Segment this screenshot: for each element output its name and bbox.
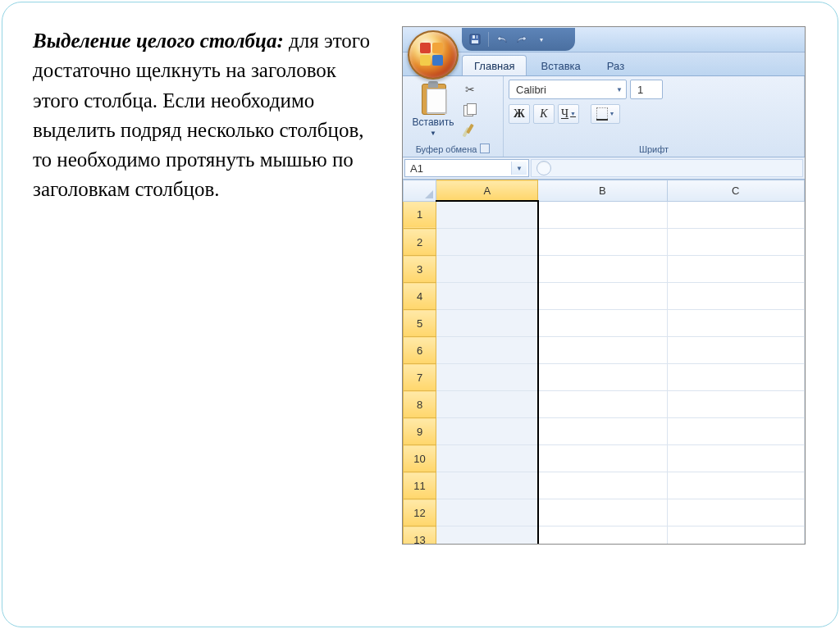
table-row: 4 bbox=[404, 283, 805, 310]
chevron-down-icon[interactable]: ▼ bbox=[511, 162, 527, 175]
cell[interactable] bbox=[667, 418, 804, 445]
excel-screenshot: ▾ Главная Вставка Раз Вставить ▼ bbox=[402, 26, 806, 545]
cell[interactable] bbox=[667, 526, 804, 545]
row-header[interactable]: 8 bbox=[404, 391, 436, 418]
cell[interactable] bbox=[667, 310, 804, 337]
cell[interactable] bbox=[538, 445, 667, 472]
dialog-launcher-icon[interactable] bbox=[480, 144, 490, 153]
cell[interactable] bbox=[667, 472, 804, 499]
table-row: 7 bbox=[404, 364, 805, 391]
cell[interactable] bbox=[436, 283, 538, 310]
tab-insert[interactable]: Вставка bbox=[528, 55, 592, 75]
bold-button[interactable]: Ж bbox=[509, 104, 530, 124]
underline-button[interactable]: Ч▼ bbox=[558, 104, 579, 124]
table-row: 9 bbox=[404, 418, 805, 445]
formula-bar[interactable] bbox=[531, 159, 803, 177]
row-header[interactable]: 7 bbox=[404, 364, 436, 391]
cell[interactable] bbox=[538, 337, 667, 364]
cell[interactable] bbox=[667, 256, 804, 283]
cell[interactable] bbox=[667, 283, 804, 310]
group-font-label: Шрифт bbox=[509, 143, 799, 155]
redo-icon[interactable] bbox=[515, 33, 528, 46]
cell[interactable] bbox=[538, 472, 667, 499]
cut-button[interactable] bbox=[462, 81, 478, 98]
cell[interactable] bbox=[436, 391, 538, 418]
cell[interactable] bbox=[667, 229, 804, 256]
worksheet-grid[interactable]: A B C 1234567891011121314 bbox=[403, 180, 805, 545]
copy-button[interactable] bbox=[462, 101, 478, 117]
cell[interactable] bbox=[667, 391, 804, 418]
cell[interactable] bbox=[538, 526, 667, 545]
row-header[interactable]: 12 bbox=[404, 499, 436, 526]
cell[interactable] bbox=[667, 364, 804, 391]
border-icon bbox=[596, 107, 608, 121]
font-size-combo[interactable]: 1 bbox=[630, 80, 663, 99]
cell[interactable] bbox=[538, 391, 667, 418]
cell[interactable] bbox=[436, 256, 538, 283]
tab-home[interactable]: Главная bbox=[462, 55, 527, 75]
svg-rect-1 bbox=[472, 40, 478, 43]
row-header[interactable]: 9 bbox=[404, 418, 436, 445]
row-header[interactable]: 2 bbox=[404, 229, 436, 256]
ribbon: Вставить ▼ Буфер обмена bbox=[403, 76, 805, 157]
table-row: 3 bbox=[404, 256, 805, 283]
group-clipboard: Вставить ▼ Буфер обмена bbox=[403, 76, 504, 157]
name-box-value: A1 bbox=[410, 162, 423, 175]
chevron-down-icon: ▼ bbox=[613, 86, 623, 93]
cell[interactable] bbox=[436, 364, 538, 391]
row-header[interactable]: 4 bbox=[404, 283, 436, 310]
cell[interactable] bbox=[436, 310, 538, 337]
name-box[interactable]: A1 ▼ bbox=[404, 159, 529, 177]
qat-customize-icon[interactable]: ▾ bbox=[535, 33, 548, 46]
cell[interactable] bbox=[667, 201, 804, 229]
row-header[interactable]: 13 bbox=[404, 526, 436, 545]
table-row: 13 bbox=[404, 526, 805, 545]
cell[interactable] bbox=[436, 526, 538, 545]
cell[interactable] bbox=[436, 499, 538, 526]
table-row: 5 bbox=[404, 310, 805, 337]
save-icon[interactable] bbox=[468, 33, 482, 46]
column-header-A[interactable]: A bbox=[436, 180, 538, 202]
row-header[interactable]: 11 bbox=[404, 472, 436, 499]
description-body: для этого достаточно щелкнуть на заголов… bbox=[33, 30, 370, 200]
row-header[interactable]: 10 bbox=[404, 445, 436, 472]
column-headers-row: A B C bbox=[404, 180, 805, 202]
italic-button[interactable]: К bbox=[533, 104, 555, 124]
undo-icon[interactable] bbox=[495, 33, 509, 46]
cell[interactable] bbox=[538, 283, 667, 310]
row-header[interactable]: 1 bbox=[404, 201, 436, 229]
cell[interactable] bbox=[436, 418, 538, 445]
cell[interactable] bbox=[538, 499, 667, 526]
cell[interactable] bbox=[436, 337, 538, 364]
column-header-C[interactable]: C bbox=[667, 180, 804, 202]
cell[interactable] bbox=[667, 337, 804, 364]
group-font: Calibri ▼ 1 Ж К Ч▼ bbox=[504, 76, 805, 157]
cell[interactable] bbox=[667, 499, 804, 526]
cell[interactable] bbox=[538, 310, 667, 337]
cell[interactable] bbox=[667, 445, 804, 472]
font-name-combo[interactable]: Calibri ▼ bbox=[509, 80, 627, 99]
column-header-B[interactable]: B bbox=[538, 180, 667, 202]
row-header[interactable]: 3 bbox=[404, 256, 436, 283]
row-header[interactable]: 5 bbox=[404, 310, 436, 337]
table-row: 12 bbox=[404, 499, 805, 526]
borders-button[interactable]: ▼ bbox=[591, 104, 620, 124]
cell[interactable] bbox=[538, 256, 667, 283]
cell[interactable] bbox=[436, 445, 538, 472]
cell[interactable] bbox=[436, 201, 538, 229]
brush-icon bbox=[468, 124, 472, 134]
cell[interactable] bbox=[436, 229, 538, 256]
format-painter-button[interactable] bbox=[462, 121, 478, 137]
table-row: 8 bbox=[404, 391, 805, 418]
cell[interactable] bbox=[538, 418, 667, 445]
cell[interactable] bbox=[538, 364, 667, 391]
tab-layout[interactable]: Раз bbox=[595, 55, 637, 75]
cell[interactable] bbox=[436, 472, 538, 499]
table-row: 2 bbox=[404, 229, 805, 256]
office-button[interactable] bbox=[408, 30, 459, 80]
row-header[interactable]: 6 bbox=[404, 337, 436, 364]
select-all-corner[interactable] bbox=[404, 180, 436, 202]
cell[interactable] bbox=[538, 229, 667, 256]
paste-button[interactable]: Вставить ▼ bbox=[408, 80, 459, 139]
cell[interactable] bbox=[538, 201, 667, 229]
